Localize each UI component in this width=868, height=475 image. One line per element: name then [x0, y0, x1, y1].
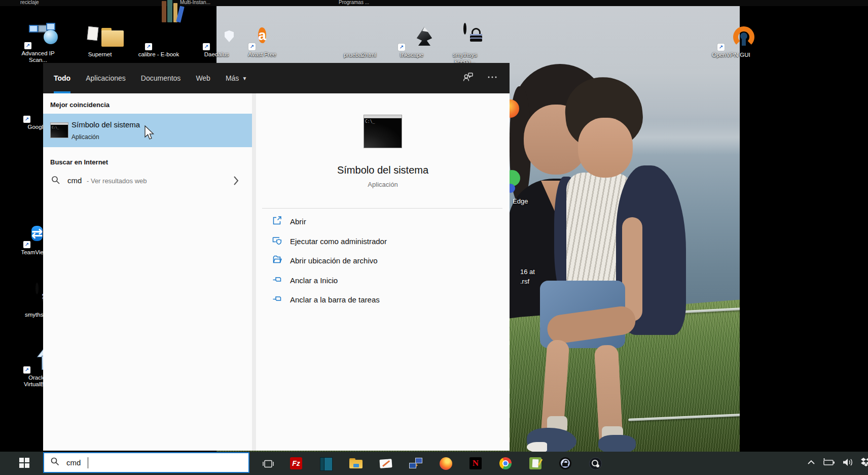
photo-boy — [578, 118, 633, 178]
partial-icon-label: .rsf — [520, 278, 529, 285]
obs-studio-icon — [589, 457, 602, 470]
admin-shield-icon — [272, 235, 282, 248]
detail-subtitle: Aplicación — [256, 181, 510, 188]
column-divider — [252, 93, 256, 451]
search-input-value: cmd — [66, 458, 81, 467]
dropbox-icon[interactable] — [860, 457, 868, 468]
taskbar-icon-firefox[interactable] — [436, 457, 455, 474]
desktop-icon-avast[interactable]: a↗ Avast Free — [241, 24, 283, 58]
netflix-icon: N — [469, 457, 482, 469]
taskbar-icon-keepass[interactable] — [556, 457, 575, 474]
shortcut-arrow-icon: ↗ — [203, 43, 210, 50]
desktop-icon-prueba2html[interactable]: prueba2html — [339, 24, 381, 58]
teamviewer-icon: ⇄ — [31, 226, 43, 241]
web-search-heading: Buscar en Internet — [50, 158, 108, 166]
keepass-icon — [559, 457, 571, 469]
taskbar-icon-obs-studio[interactable] — [586, 457, 605, 474]
shortcut-arrow-icon: ↗ — [248, 43, 256, 50]
tab-aplicaciones[interactable]: Aplicaciones — [86, 63, 126, 93]
volume-icon[interactable] — [842, 457, 854, 467]
partial-icon-label: 16 at — [520, 268, 535, 276]
pin-icon — [272, 274, 282, 287]
shortcut-arrow-icon: ↗ — [398, 44, 405, 51]
taskbar-icon-remote-desktop[interactable]: + — [406, 457, 425, 474]
best-match-heading: Mejor coincidencia — [50, 101, 110, 109]
pin-icon — [272, 293, 282, 306]
tab-web[interactable]: Web — [196, 63, 210, 93]
tab-todo[interactable]: Todo — [54, 63, 70, 93]
taskbar-icon-netflix[interactable]: N — [466, 457, 485, 474]
action-abrir[interactable]: Abrir — [256, 216, 510, 227]
detail-title: Símbolo del sistema — [256, 164, 510, 176]
search-icon — [51, 457, 59, 468]
text-caret — [88, 457, 88, 468]
chevron-right-icon — [233, 176, 239, 187]
action-list: Abrir Ejecutar como administrador — [256, 216, 510, 314]
command-prompt-icon: C:\_ — [50, 122, 68, 138]
taskbar-icon-whiteboard[interactable] — [376, 457, 395, 474]
keepass-icon — [463, 23, 466, 35]
shortcut-arrow-icon: ↗ — [717, 44, 725, 51]
filezilla-icon: Fz — [290, 457, 302, 469]
shortcut-arrow-icon: ↗ — [23, 116, 30, 123]
avast-icon: a — [258, 27, 266, 43]
task-view-button[interactable] — [262, 458, 274, 472]
feedback-person-icon[interactable] — [462, 71, 474, 85]
search-panel-header: Todo Aplicaciones Documentos Web Más▼ — [43, 63, 510, 93]
taskbar-icon-chrome[interactable] — [496, 457, 515, 474]
search-panel-body: Mejor coincidencia C:\_ Símbolo del sist… — [43, 93, 510, 451]
top-clipped-row: reciclaje Multi-Instan... Programas ... — [0, 0, 868, 6]
keepass-icon — [35, 283, 39, 294]
web-search-result[interactable]: cmd - Ver resultados web — [43, 169, 252, 193]
battery-icon[interactable] — [822, 457, 836, 467]
command-prompt-icon: C:\_ — [364, 115, 402, 148]
open-icon — [272, 215, 282, 228]
desktop-label-multi-instan: Multi-Instan... — [180, 0, 210, 5]
taskbar-icon-teal-panels-app[interactable] — [316, 457, 336, 474]
detail-divider — [262, 208, 502, 209]
shortcut-arrow-icon: ↗ — [145, 43, 152, 50]
start-search-panel: Todo Aplicaciones Documentos Web Más▼ — [43, 63, 510, 451]
chrome-icon — [499, 457, 512, 469]
desktop: Edge 16 at .rsf reciclaje Multi-Instan..… — [0, 0, 868, 475]
shortcut-arrow-icon: ↗ — [23, 241, 30, 248]
taskbar-icon-notepad-plus-plus[interactable] — [526, 457, 545, 474]
tab-documentos[interactable]: Documentos — [141, 63, 181, 93]
folder-location-icon — [272, 254, 282, 267]
result-detail-pane: C:\_ Símbolo del sistema Aplicación Abri… — [256, 93, 510, 451]
desktop-icon-inkscape[interactable]: ↗ Inkscape — [390, 24, 433, 58]
chevron-up-icon[interactable] — [806, 457, 816, 467]
desktop-label-programas: Programas ... — [339, 0, 369, 5]
file-explorer-icon — [349, 458, 363, 468]
firefox-icon — [440, 457, 452, 470]
taskbar-icon-filezilla[interactable]: Fz — [286, 457, 306, 474]
chevron-down-icon: ▼ — [242, 76, 247, 81]
desktop-icon-openvpn[interactable]: ↗ OpenVPN GUI — [710, 24, 752, 58]
result-simbolo-del-sistema[interactable]: C:\_ Símbolo del sistema Aplicación — [43, 114, 252, 147]
action-anclar-inicio[interactable]: Anclar a Inicio — [256, 275, 510, 286]
shortcut-arrow-icon: ↗ — [24, 42, 31, 49]
ellipsis-icon[interactable] — [487, 72, 497, 84]
action-abrir-ubicacion[interactable]: Abrir ubicación de archivo — [256, 255, 510, 266]
desktop-icon-daedalus[interactable]: ↗ Daedalus — [195, 24, 238, 58]
action-ejecutar-como-administrador[interactable]: Ejecutar como administrador — [256, 236, 510, 247]
shortcut-arrow-icon: ↗ — [23, 366, 30, 374]
remote-desktop-icon: + — [409, 457, 422, 469]
action-anclar-barra-tareas[interactable]: Anclar a la barra de tareas — [256, 294, 510, 305]
system-tray — [806, 457, 868, 468]
desktop-icon-supernet[interactable]: Supernet — [79, 24, 121, 58]
notepad-plus-plus-icon — [529, 457, 541, 469]
teal-panels-app-icon — [320, 457, 333, 471]
search-icon — [51, 176, 60, 187]
taskbar-search-input[interactable]: cmd — [43, 452, 249, 473]
desktop-icon-advanced-ip-scanner[interactable]: ↗ Advanced IP Scan... — [17, 23, 59, 63]
taskbar-icon-file-explorer[interactable] — [346, 457, 366, 474]
desktop-label-reciclaje: reciclaje — [20, 0, 39, 5]
edge-icon-label: Edge — [513, 197, 528, 205]
start-button[interactable] — [19, 458, 30, 469]
search-filter-tabs: Todo Aplicaciones Documentos Web Más▼ — [43, 63, 247, 93]
whiteboard-icon — [379, 459, 392, 468]
desktop-icon-calibre[interactable]: ↗ calibre - E-book — [137, 24, 180, 58]
desktop-icon-smythsys-keepass[interactable]: smythsys keepa... — [444, 24, 486, 65]
tab-mas[interactable]: Más▼ — [226, 63, 247, 93]
